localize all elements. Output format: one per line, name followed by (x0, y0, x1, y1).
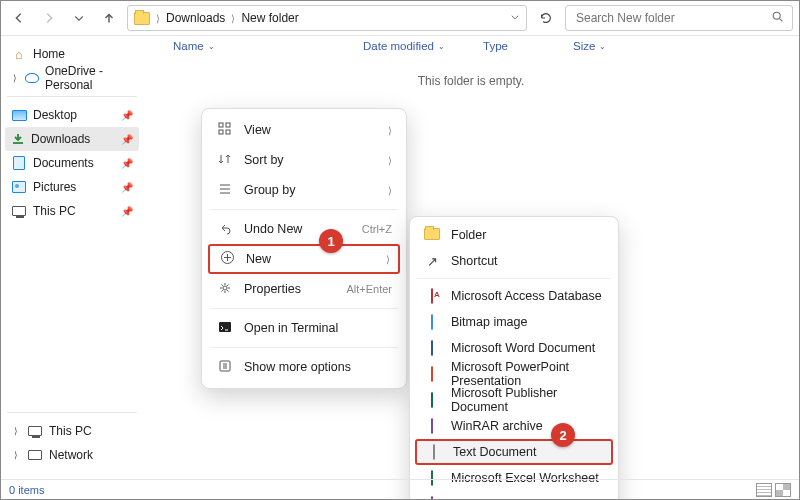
sort-indicator-icon: ⌄ (438, 42, 445, 51)
search-box[interactable] (565, 5, 793, 31)
column-header-date[interactable]: Date modified⌄ (363, 40, 483, 52)
sidebar-item-downloads[interactable]: Downloads 📌 (5, 127, 139, 151)
group-icon (216, 182, 234, 199)
svg-rect-1 (219, 123, 223, 127)
svg-point-6 (223, 286, 227, 290)
recent-locations-button[interactable] (67, 6, 91, 30)
submenu-item-publisher[interactable]: Microsoft Publisher Document (415, 387, 613, 413)
sidebar-item-label: Desktop (33, 108, 77, 122)
ctx-item-new[interactable]: New ⟩ (208, 244, 400, 274)
submenu-item-label: Microsoft Word Document (451, 341, 605, 355)
sidebar-item-thispc[interactable]: ⟩ This PC (5, 419, 139, 443)
search-input[interactable] (574, 10, 771, 26)
address-breadcrumb[interactable]: ⟩ Downloads ⟩ New folder (127, 5, 527, 31)
submenu-item-label: Folder (451, 228, 605, 242)
submenu-item-label: WinRAR archive (451, 419, 605, 433)
column-header-size[interactable]: Size⌄ (573, 40, 633, 52)
pin-icon: 📌 (121, 110, 133, 121)
chevron-right-icon[interactable]: ⟩ (11, 450, 21, 460)
more-options-icon (216, 359, 234, 376)
sidebar-item-label: Network (49, 448, 93, 462)
submenu-item-bitmap[interactable]: Bitmap image (415, 309, 613, 335)
pin-icon: 📌 (121, 206, 133, 217)
sort-indicator-icon: ⌄ (208, 42, 215, 51)
submenu-item-word[interactable]: Microsoft Word Document (415, 335, 613, 361)
sidebar-item-pictures[interactable]: Pictures 📌 (5, 175, 139, 199)
ctx-item-open-terminal[interactable]: Open in Terminal (208, 313, 400, 343)
ctx-divider (210, 347, 398, 348)
ctx-item-properties[interactable]: Properties Alt+Enter (208, 274, 400, 304)
chevron-right-icon: ⟩ (388, 155, 392, 166)
bitmap-file-icon (423, 315, 441, 329)
powerpoint-file-icon (423, 367, 441, 381)
view-toggle-group (756, 483, 791, 497)
status-bar: 0 items (1, 479, 799, 499)
rar-file-icon (423, 419, 441, 433)
ctx-item-sort-by[interactable]: Sort by ⟩ (208, 145, 400, 175)
word-file-icon (423, 341, 441, 355)
icons-view-button[interactable] (775, 483, 791, 497)
view-icon (216, 122, 234, 139)
sidebar-item-onedrive[interactable]: ⟩ OneDrive - Personal (5, 66, 139, 90)
submenu-item-access[interactable]: Microsoft Access Database (415, 283, 613, 309)
ctx-item-group-by[interactable]: Group by ⟩ (208, 175, 400, 205)
ctx-divider (210, 209, 398, 210)
chevron-right-icon: ⟩ (386, 254, 390, 265)
submenu-item-powerpoint[interactable]: Microsoft PowerPoint Presentation (415, 361, 613, 387)
up-button[interactable] (97, 6, 121, 30)
refresh-button[interactable] (533, 5, 559, 31)
search-icon[interactable] (771, 10, 784, 26)
new-submenu: Folder ↗ Shortcut Microsoft Access Datab… (409, 216, 619, 500)
access-file-icon (423, 289, 441, 303)
sidebar-item-desktop[interactable]: Desktop 📌 (5, 103, 139, 127)
column-header-name[interactable]: Name⌄ (173, 40, 363, 52)
sidebar-item-documents[interactable]: Documents 📌 (5, 151, 139, 175)
sidebar-item-label: OneDrive - Personal (45, 64, 133, 92)
folder-icon (423, 227, 441, 243)
sidebar-item-home[interactable]: ⌂ Home (5, 42, 139, 66)
submenu-item-folder[interactable]: Folder (415, 222, 613, 248)
navigation-pane: ⌂ Home ⟩ OneDrive - Personal Desktop 📌 D… (1, 36, 143, 479)
svg-rect-4 (226, 130, 230, 134)
chevron-right-icon[interactable]: ⟩ (11, 426, 21, 436)
ctx-item-label: Show more options (244, 360, 392, 374)
sort-indicator-icon: ⌄ (599, 42, 606, 51)
submenu-item-label: Bitmap image (451, 315, 605, 329)
submenu-item-label: Text Document (453, 445, 603, 459)
submenu-item-winrar[interactable]: WinRAR archive (415, 413, 613, 439)
details-view-button[interactable] (756, 483, 772, 497)
ctx-item-show-more[interactable]: Show more options (208, 352, 400, 382)
ctx-item-label: New (246, 252, 376, 266)
ctx-item-shortcut: Ctrl+Z (362, 223, 392, 235)
pc-icon (11, 204, 27, 218)
ctx-item-shortcut: Alt+Enter (346, 283, 392, 295)
ctx-divider (417, 278, 611, 279)
ctx-item-label: Group by (244, 183, 378, 197)
status-items-count: 0 items (9, 484, 44, 496)
forward-button[interactable] (37, 6, 61, 30)
breadcrumb-segment[interactable]: Downloads (166, 11, 225, 25)
sidebar-item-thispc-quick[interactable]: This PC 📌 (5, 199, 139, 223)
pictures-icon (11, 180, 27, 194)
document-icon (11, 156, 27, 170)
annotation-step-2: 2 (551, 423, 575, 447)
submenu-item-text-document[interactable]: Text Document (415, 439, 613, 465)
ctx-item-view[interactable]: View ⟩ (208, 115, 400, 145)
chevron-right-icon: ⟩ (388, 185, 392, 196)
breadcrumb-dropdown-icon[interactable] (510, 11, 520, 25)
chevron-right-icon: ⟩ (388, 125, 392, 136)
network-icon (27, 448, 43, 462)
publisher-file-icon (423, 393, 441, 407)
chevron-right-icon: ⟩ (156, 13, 160, 24)
sidebar-divider (7, 96, 137, 97)
column-header-type[interactable]: Type (483, 40, 573, 52)
column-header-label: Name (173, 40, 204, 52)
sidebar-item-network[interactable]: ⟩ Network (5, 443, 139, 467)
shortcut-icon: ↗ (423, 254, 441, 269)
ctx-item-undo[interactable]: Undo New Ctrl+Z (208, 214, 400, 244)
pin-icon: 📌 (121, 182, 133, 193)
chevron-right-icon[interactable]: ⟩ (11, 73, 19, 83)
breadcrumb-segment[interactable]: New folder (241, 11, 298, 25)
submenu-item-shortcut[interactable]: ↗ Shortcut (415, 248, 613, 274)
back-button[interactable] (7, 6, 31, 30)
